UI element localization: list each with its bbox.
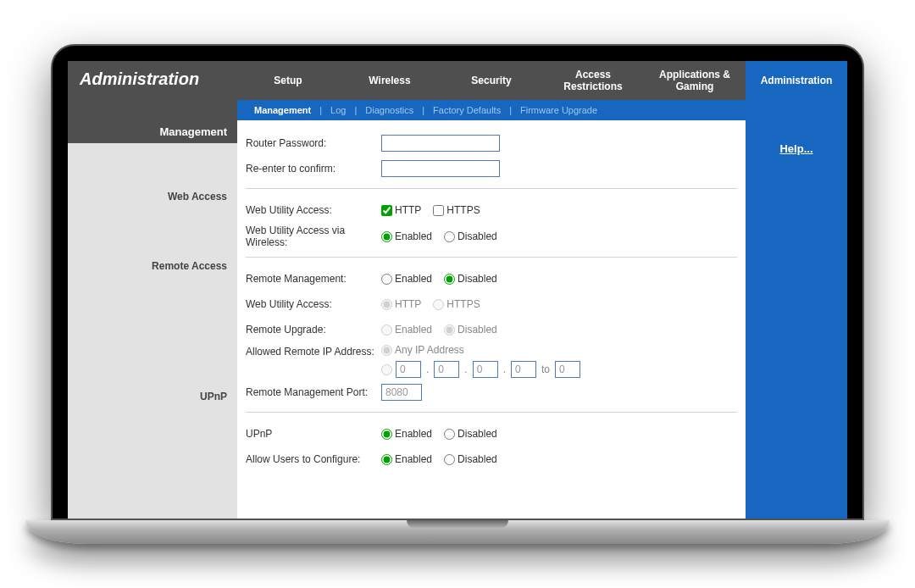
checkbox-https-wrap: HTTPS <box>433 204 480 216</box>
subnav-management[interactable]: Management <box>254 105 311 115</box>
checkbox-https[interactable] <box>433 205 444 216</box>
screen: Administration Setup Wireless Security A… <box>68 61 847 519</box>
help-link[interactable]: Help... <box>746 120 847 177</box>
radio-ru-enabled-label: Enabled <box>395 324 432 336</box>
row-allow-users: Allow Users to Configure: Enabled Disabl… <box>246 448 737 470</box>
subnav-sep: | <box>509 105 512 115</box>
tab-applications-gaming[interactable]: Applications & Gaming <box>644 61 746 100</box>
router-password-input[interactable] <box>381 135 500 152</box>
laptop-frame: Administration Setup Wireless Security A… <box>51 44 864 544</box>
radio-upnp-disabled[interactable] <box>444 429 455 440</box>
reenter-password-input[interactable] <box>381 160 500 177</box>
radio-ru-disabled-label: Disabled <box>458 324 497 336</box>
subnav-sep: | <box>319 105 322 115</box>
radio-rm-disabled[interactable] <box>444 274 455 285</box>
radio-specific-ip[interactable] <box>381 364 392 375</box>
main-tabs: Setup Wireless Security Access Restricti… <box>237 61 847 100</box>
label-router-password: Router Password: <box>246 137 381 149</box>
row-upnp: UPnP Enabled Disabled <box>246 423 737 445</box>
row-remote-upgrade: Remote Upgrade: Enabled Disabled <box>246 319 737 341</box>
center-panel: Router Password: Re-enter to confirm: We… <box>237 120 746 519</box>
tab-setup[interactable]: Setup <box>237 61 339 100</box>
subnav-diagnostics[interactable]: Diagnostics <box>365 105 413 115</box>
subnav: Management | Log | Diagnostics | Factory… <box>237 100 847 120</box>
label-web-utility-access: Web Utility Access: <box>246 204 381 216</box>
page-title: Administration <box>68 61 237 100</box>
laptop-bezel: Administration Setup Wireless Security A… <box>51 44 864 520</box>
laptop-base <box>25 520 890 544</box>
checkbox-https-label: HTTPS <box>446 204 480 216</box>
row-reenter: Re-enter to confirm: <box>246 158 737 180</box>
radio-any-ip[interactable] <box>381 345 392 356</box>
remote-port-input[interactable] <box>381 384 422 401</box>
radio-au-disabled[interactable] <box>444 454 455 465</box>
radio-upnp-disabled-label: Disabled <box>458 428 497 440</box>
row-remote-port: Remote Management Port: <box>246 381 737 403</box>
checkbox-http[interactable] <box>381 205 392 216</box>
ip-oct3[interactable] <box>473 361 498 378</box>
radio-ru-disabled[interactable] <box>444 325 455 336</box>
radio-rm-disabled-label: Disabled <box>458 273 497 285</box>
section-title-management: Management <box>68 120 237 143</box>
tab-security[interactable]: Security <box>441 61 542 100</box>
radio-waw-disabled[interactable] <box>444 231 455 242</box>
radio-any-ip-label: Any IP Address <box>395 344 464 356</box>
radio-waw-enabled-label: Enabled <box>395 230 432 242</box>
ip-oct4[interactable] <box>511 361 536 378</box>
ip-to[interactable] <box>555 361 580 378</box>
tab-wireless[interactable]: Wireless <box>339 61 441 100</box>
label-remote-web-utility: Web Utility Access: <box>246 298 381 310</box>
checkbox-http-wrap: HTTP <box>381 204 421 216</box>
radio-upnp-enabled-label: Enabled <box>395 428 432 440</box>
radio-au-enabled-label: Enabled <box>395 453 432 465</box>
label-allow-users: Allow Users to Configure: <box>246 453 381 465</box>
subnav-spacer <box>68 100 237 120</box>
label-remote-upgrade: Remote Upgrade: <box>246 324 381 336</box>
tab-access-restrictions[interactable]: Access Restrictions <box>542 61 644 100</box>
radio-rm-enabled[interactable] <box>381 274 392 285</box>
divider <box>246 188 737 189</box>
row-router-password: Router Password: <box>246 132 737 154</box>
label-to: to <box>541 363 550 375</box>
divider <box>246 257 737 258</box>
side-label-upnp: UPnP <box>68 274 237 404</box>
subnav-row: Management | Log | Diagnostics | Factory… <box>68 100 847 120</box>
form: Router Password: Re-enter to confirm: We… <box>237 120 746 470</box>
row-remote-web-utility: Web Utility Access: HTTP HTTPS <box>246 293 737 315</box>
subnav-sep: | <box>422 105 424 115</box>
radio-waw-enabled[interactable] <box>381 231 392 242</box>
radio-upnp-enabled[interactable] <box>381 429 392 440</box>
ip-oct2[interactable] <box>434 361 459 378</box>
subnav-sep: | <box>354 105 357 115</box>
label-allowed-ip: Allowed Remote IP Address: <box>246 344 381 358</box>
radio-au-disabled-label: Disabled <box>458 453 497 465</box>
radio-rwa-http-label: HTTP <box>395 298 421 310</box>
radio-rm-enabled-label: Enabled <box>395 273 432 285</box>
side-label-remote-access: Remote Access <box>68 204 237 274</box>
body: Management Web Access Remote Access UPnP… <box>68 120 847 519</box>
subnav-factory-defaults[interactable]: Factory Defaults <box>433 105 501 115</box>
radio-rwa-https-label: HTTPS <box>446 298 480 310</box>
subnav-log[interactable]: Log <box>330 105 346 115</box>
row-allowed-ip: Allowed Remote IP Address: Any IP Addres… <box>246 344 737 378</box>
radio-rwa-https[interactable] <box>433 299 444 310</box>
row-web-utility-access: Web Utility Access: HTTP HTTPS <box>246 199 737 221</box>
label-web-utility-wireless: Web Utility Access via Wireless: <box>246 225 381 248</box>
radio-rwa-http[interactable] <box>381 299 392 310</box>
radio-ru-enabled[interactable] <box>381 325 392 336</box>
header: Administration Setup Wireless Security A… <box>68 61 847 100</box>
radio-au-enabled[interactable] <box>381 454 392 465</box>
label-remote-management: Remote Management: <box>246 273 381 285</box>
divider <box>246 412 737 413</box>
left-column: Management Web Access Remote Access UPnP <box>68 120 237 519</box>
tab-administration[interactable]: Administration <box>746 61 847 100</box>
subnav-firmware-upgrade[interactable]: Firmware Upgrade <box>520 105 597 115</box>
ip-oct1[interactable] <box>396 361 421 378</box>
checkbox-http-label: HTTP <box>395 204 421 216</box>
row-remote-management: Remote Management: Enabled Disabled <box>246 268 737 290</box>
label-upnp: UPnP <box>246 428 381 440</box>
right-panel: Help... <box>746 120 847 519</box>
label-remote-port: Remote Management Port: <box>246 386 381 398</box>
row-web-utility-wireless: Web Utility Access via Wireless: Enabled… <box>246 225 737 248</box>
label-reenter: Re-enter to confirm: <box>246 163 381 175</box>
